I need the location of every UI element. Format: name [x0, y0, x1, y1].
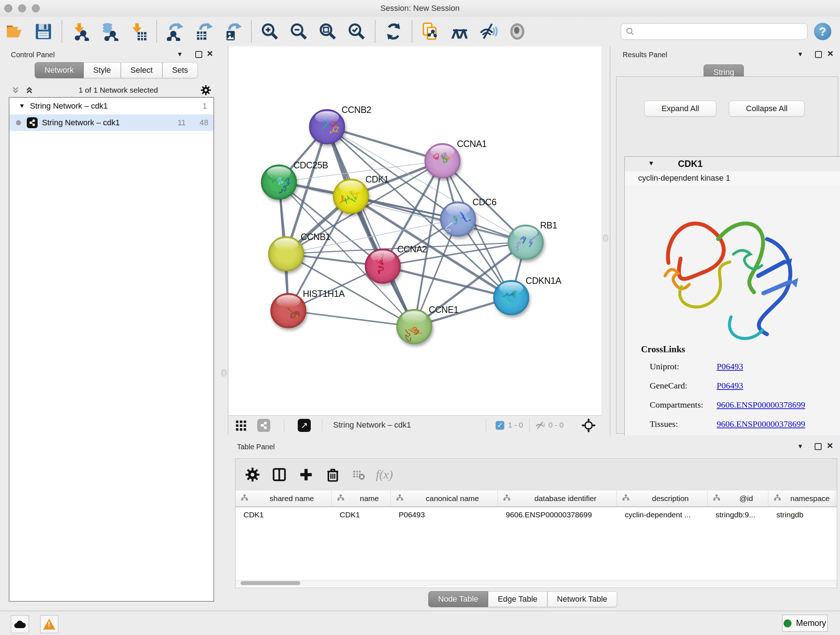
expand-all-chevrons-icon[interactable]: [25, 86, 34, 95]
export-image-icon[interactable]: [224, 22, 242, 41]
tab-edge-table[interactable]: Edge Table: [488, 591, 547, 607]
tab-network[interactable]: Network: [35, 62, 84, 78]
column-header-namespace[interactable]: namespace: [768, 491, 835, 507]
zoom-selected-icon[interactable]: [347, 22, 366, 41]
import-network-from-file-icon[interactable]: [71, 22, 90, 41]
table-horizontal-scrollbar[interactable]: [235, 580, 837, 586]
network-node-cdkn1a[interactable]: [493, 280, 529, 315]
network-node-cdc6[interactable]: [440, 202, 476, 236]
network-collection-row[interactable]: ▼ String Network – cdk1 1: [9, 98, 213, 114]
splitter-knob[interactable]: [221, 369, 226, 377]
zoom-in-icon[interactable]: [261, 22, 279, 41]
save-session-icon[interactable]: [34, 22, 53, 41]
column-type-icon: [503, 494, 511, 504]
tab-network-table[interactable]: Network Table: [547, 591, 617, 607]
network-view[interactable]: CCNB2CCNA1CDC25BCDK1CDC6RB1CCNB1CCNA2CDK…: [229, 46, 601, 435]
expand-all-button[interactable]: Expand All: [644, 101, 716, 117]
column-header--id[interactable]: @id: [707, 491, 768, 507]
zoom-fit-icon[interactable]: [318, 22, 337, 41]
import-table-from-file-icon[interactable]: [129, 22, 148, 41]
column-header-canonical-name[interactable]: canonical name: [391, 491, 498, 507]
show-eye-icon[interactable]: [508, 22, 527, 41]
network-node-cdc25b[interactable]: [261, 165, 297, 200]
table-cell[interactable]: 9606.ENSP00000378699: [498, 507, 617, 523]
column-header-shared-name[interactable]: shared name: [235, 491, 332, 507]
network-graph[interactable]: CCNB2CCNA1CDC25BCDK1CDC6RB1CCNB1CCNA2CDK…: [229, 46, 601, 416]
result-entry-header[interactable]: ▼ CDK1: [625, 157, 840, 172]
open-session-icon[interactable]: [5, 22, 24, 41]
network-row-selected[interactable]: String Network – cdk1 11 48: [9, 114, 213, 131]
table-cell[interactable]: CDK1: [235, 507, 332, 523]
tree-options-gear-icon[interactable]: [201, 85, 211, 96]
tab-sets[interactable]: Sets: [163, 62, 198, 78]
network-node-cdk1[interactable]: [333, 179, 369, 214]
network-node-ccne1[interactable]: [396, 309, 432, 344]
table-panel-float-icon[interactable]: [815, 443, 821, 450]
tab-select[interactable]: Select: [121, 62, 163, 78]
cloud-button[interactable]: [11, 615, 29, 633]
open-in-window-icon[interactable]: ↗: [298, 419, 311, 432]
tree-expander-icon[interactable]: ▼: [19, 103, 25, 110]
crosslink-link[interactable]: P06493: [717, 362, 743, 371]
table-cell[interactable]: CDK1: [332, 507, 391, 523]
scrollbar-thumb[interactable]: [240, 581, 300, 585]
network-analyzer-icon[interactable]: [450, 22, 469, 41]
delete-table-icon[interactable]: [352, 468, 365, 481]
export-table-icon[interactable]: [195, 22, 213, 41]
warnings-button[interactable]: [40, 615, 58, 633]
table-cell[interactable]: stringdb:9...: [707, 507, 768, 523]
control-panel-float-icon[interactable]: [195, 51, 202, 58]
table-cell[interactable]: cyclin-dependent ...: [617, 507, 707, 523]
collapse-all-chevrons-icon[interactable]: [11, 86, 20, 95]
apply-layout-icon[interactable]: [384, 22, 403, 41]
network-node-ccnb2[interactable]: [309, 109, 345, 144]
results-panel-menu-icon[interactable]: ▾: [798, 50, 802, 58]
zoom-out-icon[interactable]: [289, 22, 308, 41]
entry-expander-icon[interactable]: ▼: [648, 160, 654, 167]
network-node-ccna1[interactable]: [425, 143, 460, 178]
add-column-icon[interactable]: [298, 467, 314, 482]
network-edge[interactable]: [288, 310, 414, 326]
network-node-rb1[interactable]: [508, 225, 543, 260]
column-header-name[interactable]: name: [332, 491, 391, 507]
help-button[interactable]: ?: [814, 23, 831, 40]
control-panel-menu-icon[interactable]: ▾: [178, 50, 182, 58]
table-panel-menu-icon[interactable]: ▾: [798, 442, 802, 450]
table-panel-close-icon[interactable]: ×: [827, 442, 833, 449]
control-panel-close-icon[interactable]: ×: [207, 50, 213, 57]
table-cell[interactable]: stringdb: [768, 507, 835, 523]
hidden-eye-slash-icon[interactable]: [535, 421, 546, 430]
crosslink-link[interactable]: 9606.ENSP00000378699: [717, 400, 805, 410]
splitter-knob[interactable]: [603, 234, 608, 242]
column-header-description[interactable]: description: [617, 491, 707, 507]
delete-column-trash-icon[interactable]: [325, 467, 340, 482]
table-options-gear-icon[interactable]: [245, 467, 260, 482]
crosslink-link[interactable]: P06493: [717, 381, 743, 391]
function-builder-icon[interactable]: f(x): [376, 468, 393, 481]
column-header-database-identifier[interactable]: database identifier: [498, 491, 617, 507]
share-view-icon[interactable]: [257, 419, 270, 432]
crosslink-link[interactable]: 9606.ENSP00000378699: [717, 419, 805, 429]
results-panel-close-icon[interactable]: ×: [827, 50, 833, 57]
search-input[interactable]: [635, 27, 803, 36]
import-network-from-database-icon[interactable]: [100, 22, 118, 41]
results-panel-float-icon[interactable]: [815, 51, 822, 58]
network-node-ccna2[interactable]: [365, 249, 401, 283]
tab-node-table[interactable]: Node Table: [428, 591, 488, 607]
clone-network-icon[interactable]: [421, 22, 440, 41]
selected-checkbox-icon[interactable]: ✓: [496, 421, 504, 430]
tab-style[interactable]: Style: [84, 62, 121, 78]
show-columns-icon[interactable]: [272, 467, 287, 482]
collapse-all-button[interactable]: Collapse All: [729, 101, 805, 117]
network-edge[interactable]: [383, 266, 511, 298]
table-row[interactable]: CDK1CDK1P064939606.ENSP00000378699cyclin…: [235, 507, 837, 523]
network-node-ccnb1[interactable]: [268, 236, 304, 271]
memory-button[interactable]: Memory: [782, 615, 828, 632]
vertical-splitter[interactable]: [601, 46, 610, 435]
hide-panel-eye-icon[interactable]: [479, 22, 498, 41]
export-network-icon[interactable]: [166, 22, 185, 41]
pan-crosshair-icon[interactable]: [581, 418, 596, 432]
network-node-hist1h1a[interactable]: [271, 293, 306, 328]
birdseye-grid-icon[interactable]: [235, 420, 248, 431]
table-cell[interactable]: P06493: [391, 507, 498, 523]
